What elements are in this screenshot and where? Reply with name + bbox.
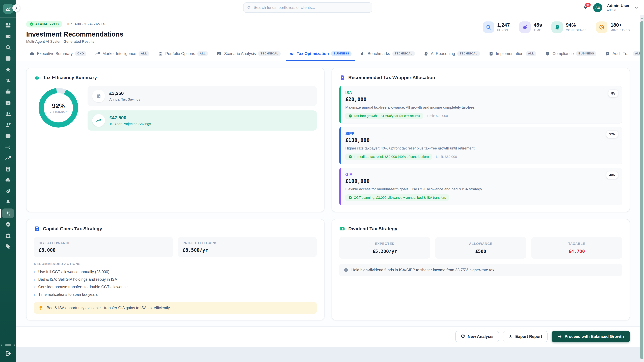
tab-compliance[interactable]: ComplianceBUSINESS	[542, 48, 600, 61]
search-icon	[5, 44, 11, 51]
scroll-right-arrow-icon[interactable]	[14, 344, 16, 347]
piggy-bank-icon	[289, 51, 294, 56]
sidebar-item-bar-chart[interactable]	[0, 130, 16, 141]
efficiency-value: 92%	[52, 102, 65, 110]
sidebar-horizontal-scrollbar[interactable]	[0, 344, 16, 347]
scroll-left-arrow-icon[interactable]	[1, 344, 2, 347]
search-icon	[247, 5, 251, 10]
logout-button[interactable]	[5, 350, 11, 358]
check-circle-icon	[348, 196, 352, 200]
new-analysis-button[interactable]: New Analysis	[455, 331, 499, 342]
action-item: ›Bed & ISA: Sell GIA holdings and rebuy …	[34, 276, 317, 283]
sidebar-item-pricing-tag[interactable]	[0, 241, 16, 252]
tab-tax-optimization[interactable]: Tax OptimizationBUSINESS	[286, 48, 355, 61]
gia-benefit-pill: CGT planning: £3,000 allowance + annual …	[345, 194, 449, 201]
main-area: 9+ AU Admin User admin AI ANALYZED	[16, 0, 644, 362]
sidebar-item-calculator[interactable]	[0, 164, 16, 175]
tab-scenario-analysis[interactable]: Scenario AnalysisTECHNICAL	[213, 48, 284, 61]
sidebar-item-notifications[interactable]	[0, 197, 16, 208]
wallet-icon	[5, 33, 11, 39]
ai-head-icon	[424, 51, 428, 56]
trending-icon	[5, 155, 11, 161]
sidebar-item-briefcase[interactable]	[0, 86, 16, 97]
sidebar-item-dashboard[interactable]	[0, 20, 16, 31]
trending-up-icon	[95, 51, 100, 56]
tab-market-intelligence[interactable]: Market IntelligenceALL	[92, 48, 152, 61]
trending-up-icon	[96, 118, 102, 123]
cgt-allowance-box: CGT ALLOWANCE £3,000	[34, 237, 173, 257]
info-icon	[344, 268, 348, 272]
sidebar-item-add-user[interactable]	[0, 119, 16, 130]
add-user-icon	[5, 122, 11, 128]
notifications-button[interactable]: 9+	[583, 4, 588, 11]
scroll-thumb[interactable]	[640, 21, 643, 359]
sidebar-item-cloud-upload[interactable]	[0, 175, 16, 186]
arrow-right-icon	[558, 334, 562, 339]
tab-audit-trail[interactable]: Audit TrailALL	[602, 48, 644, 61]
action-item: ›Consider spouse transfers to double CGT…	[34, 283, 317, 291]
sidebar-item-wallet[interactable]	[0, 31, 16, 42]
scroll-up-arrow-icon[interactable]	[640, 17, 643, 19]
export-report-button[interactable]: Export Report	[503, 331, 548, 342]
status-badge: AI ANALYZED	[26, 21, 62, 27]
wrapper-gia: 40% GIA £100,000 Flexible access for med…	[339, 168, 622, 205]
search-input[interactable]	[254, 5, 368, 10]
kpi-stats: 1,247FUNDS 45sTIME 94%CONFIDENCE 180+MIN…	[483, 21, 630, 33]
card-title: Tax Efficiency Summary	[43, 75, 97, 80]
tab-benchmarks[interactable]: BenchmarksTECHNICAL	[357, 48, 418, 61]
sidebar-item-transfers[interactable]	[0, 75, 16, 86]
sidebar-item-institutions[interactable]	[0, 230, 16, 241]
briefcase-icon	[30, 51, 34, 56]
sidebar-item-leaf[interactable]	[0, 186, 16, 197]
sidebar-item-users[interactable]	[0, 108, 16, 119]
bars-icon	[360, 51, 365, 56]
sidebar-item-favorites[interactable]	[0, 64, 16, 75]
dividend-allowance-box: ALLOWANCE £500	[435, 237, 526, 259]
user-name: Admin User	[607, 3, 630, 8]
avatar[interactable]: AU	[593, 3, 602, 12]
gia-percentage-badge: 40%	[606, 171, 618, 179]
sidebar-item-ai-recommendations[interactable]	[0, 208, 16, 219]
sidebar-item-sparkline[interactable]	[0, 141, 16, 152]
banknote-icon	[339, 226, 345, 232]
sipp-benefit-pill: Immediate tax relief: £52,000 (40% of co…	[345, 153, 432, 160]
wrapper-isa: 8% ISA £20,000 Maximize annual tax-free …	[339, 86, 622, 123]
top-right-cluster: 9+ AU Admin User admin	[583, 0, 639, 15]
vertical-scrollbar[interactable]	[640, 15, 644, 362]
user-menu[interactable]: Admin User admin	[607, 3, 630, 12]
scroll-thumb[interactable]	[5, 344, 11, 346]
sipp-percentage-badge: 52%	[606, 131, 618, 138]
sidebar-item-portfolio-folder[interactable]	[0, 97, 16, 108]
sidebar-expand-button[interactable]	[12, 4, 20, 12]
sidebar-item-search[interactable]	[0, 42, 16, 53]
tab-executive-summary[interactable]: Executive SummaryCXO	[26, 48, 90, 61]
isa-percentage-badge: 8%	[608, 90, 618, 97]
sidebar-divider	[0, 17, 16, 18]
wrapper-allocation-card: Recommended Tax Wrapper Allocation 8% IS…	[332, 68, 630, 212]
annual-tax-savings-metric: £3,250Annual Tax Savings	[88, 86, 317, 106]
global-search[interactable]	[243, 2, 372, 13]
sidebar-item-compliance[interactable]	[0, 219, 16, 230]
tab-ai-reasoning[interactable]: AI ReasoningTECHNICAL	[420, 48, 483, 61]
app-logo[interactable]	[3, 4, 13, 14]
tab-portfolio-options[interactable]: Portfolio OptionsALL	[155, 48, 212, 61]
portfolio-folder-icon	[5, 99, 11, 106]
scroll-track[interactable]	[3, 344, 13, 346]
tab-implementation[interactable]: ImplementationALL	[485, 48, 540, 61]
calculator-icon	[5, 166, 11, 172]
chart-box-icon	[217, 51, 222, 56]
sidebar-item-chart-box[interactable]	[0, 53, 16, 64]
refresh-icon	[461, 334, 465, 339]
bank-icon	[158, 51, 163, 56]
chevron-down-icon[interactable]	[634, 5, 639, 10]
proceed-button[interactable]: Proceed with Balanced Growth	[552, 331, 630, 342]
card-title: Recommended Tax Wrapper Allocation	[348, 75, 435, 80]
wallet-card-icon	[339, 75, 345, 81]
sidebar-item-trending[interactable]	[0, 152, 16, 164]
user-role: admin	[607, 8, 630, 12]
stat-funds: 1,247FUNDS	[483, 21, 510, 33]
tab-content: Tax Efficiency Summary 92% EFFICIENCY	[16, 61, 644, 327]
stopwatch-icon	[522, 24, 528, 30]
stat-confidence: 94%CONFIDENCE	[552, 21, 587, 33]
shield-icon	[5, 221, 11, 228]
